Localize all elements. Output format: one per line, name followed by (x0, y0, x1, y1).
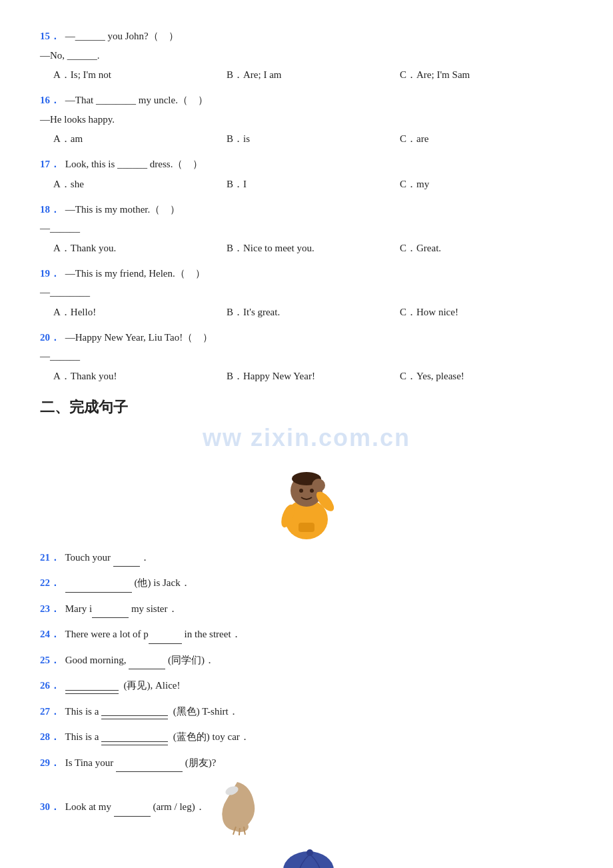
q19-optC: C．How nice! (400, 303, 573, 321)
q16-options: A．am B．is C．are (53, 130, 573, 148)
q19-options: A．Hello! B．It's great. C．How nice! (53, 303, 573, 321)
q25-text: Good morning, (同学们)． (65, 655, 215, 665)
question-17: 17． Look, this is ______ dress.（ ） A．she… (40, 155, 573, 193)
q25-num: 25． (40, 655, 60, 665)
q23-text: Mary i my sister． (65, 603, 178, 614)
q16-sub: —He looks happy. (40, 110, 573, 129)
q19-optB: B．It's great. (227, 303, 400, 321)
q26-num: 26． (40, 680, 60, 691)
q15-text: —______ you John?（ ） (65, 31, 179, 41)
q15-optA: A．Is; I'm not (53, 66, 227, 84)
arm-illustration (217, 779, 264, 835)
q20-optC: C．Yes, please! (400, 367, 573, 385)
question-15: 15． —______ you John?（ ） —No, ______. A．… (40, 27, 573, 84)
q15-optB: B．Are; I am (227, 66, 400, 84)
q29-blank (116, 761, 183, 772)
q30: 30． Look at my (arm / leg)． (40, 779, 573, 835)
q21-num: 21． (40, 552, 60, 563)
svg-point-6 (312, 479, 325, 492)
q23-blank (92, 607, 129, 618)
section2-title: 二、完成句子 (40, 397, 573, 417)
q29: 29． Is Tina your (朋友)? (40, 753, 573, 773)
q24-blank (149, 633, 182, 644)
boy-image-row (40, 456, 573, 543)
q20-optB: B．Happy New Year! (227, 367, 400, 385)
q28-blank-area (101, 740, 168, 747)
question-16: 16． —That ________ my uncle.（ ） —He look… (40, 91, 573, 148)
q27-num: 27． (40, 706, 60, 717)
q30-num: 30． (40, 801, 60, 812)
svg-point-3 (299, 489, 303, 493)
watermark-text: ww zixin.com.cn (40, 424, 573, 452)
q17-num: 17． (40, 159, 60, 169)
q24-text: There were a lot of p in the street． (65, 629, 241, 639)
q17-optC: C．my (400, 175, 573, 193)
q19-sub: —________ (40, 283, 573, 302)
question-18: 18． —This is my mother.（ ） —______ A．Tha… (40, 200, 573, 257)
q18-sub: —______ (40, 219, 573, 238)
q16-optA: A．am (53, 130, 227, 148)
completion-section: 21． Touch your ． 22． (他) is Jack． 23． Ma… (40, 548, 573, 869)
q30-blank (114, 806, 151, 817)
q20-num: 20． (40, 332, 60, 343)
q25: 25． Good morning, (同学们)． (40, 651, 573, 670)
q16-num: 16． (40, 95, 60, 105)
q22-text: (他) is Jack． (65, 577, 191, 588)
q28-num: 28． (40, 731, 60, 742)
q30-text: Look at my (arm / leg)． (65, 801, 205, 812)
q22-blank (65, 582, 132, 593)
cap-image-row (40, 842, 573, 868)
q15-sub: —No, ______. (40, 46, 573, 65)
q22: 22． (他) is Jack． (40, 573, 573, 593)
q17-optB: B．I (227, 175, 400, 193)
q17-options: A．she B．I C．my (53, 175, 573, 193)
image-watermark-area: ww zixin.com.cn (40, 424, 573, 543)
svg-rect-8 (299, 523, 314, 532)
q19-optA: A．Hello! (53, 303, 227, 321)
q18-num: 18． (40, 204, 60, 215)
q24-num: 24． (40, 629, 60, 639)
q16-optC: C．are (400, 130, 573, 148)
q26-text: (再见), Alice! (65, 680, 181, 691)
q30-text-area: 30． Look at my (arm / leg)． (40, 797, 205, 817)
q29-text: Is Tina your (朋友)? (65, 757, 217, 768)
q25-blank (129, 659, 165, 669)
q23: 23． Mary i my sister． (40, 599, 573, 619)
q31: 31． A: What's this? B: It's a . It's for… (40, 842, 573, 868)
q15-optC: C．Are; I'm Sam (400, 66, 573, 84)
q16-text: —That ________ my uncle.（ ） (65, 95, 208, 105)
q27-text: This is a (黑色) T-shirt． (65, 706, 238, 717)
question-20: 20． —Happy New Year, Liu Tao!（ ） —______… (40, 328, 573, 385)
q20-options: A．Thank you! B．Happy New Year! C．Yes, pl… (53, 367, 573, 385)
q21: 21． Touch your ． (40, 548, 573, 567)
questions-section: 15． —______ you John?（ ） —No, ______. A．… (40, 27, 573, 385)
q26-blank-area (65, 689, 119, 695)
q28-text: This is a (蓝色的) toy car． (65, 731, 249, 742)
boy-illustration (267, 456, 346, 543)
q18-optA: A．Thank you. (53, 239, 227, 257)
q23-num: 23． (40, 603, 60, 614)
q19-num: 19． (40, 268, 60, 279)
q27-blank-area (101, 714, 168, 721)
q20-optA: A．Thank you! (53, 367, 227, 385)
q16-optB: B．is (227, 130, 400, 148)
q15-num: 15． (40, 31, 60, 41)
cap-illustration (270, 842, 343, 868)
q21-blank (113, 556, 140, 567)
q24: 24． There were a lot of p in the street． (40, 625, 573, 644)
q20-text: —Happy New Year, Liu Tao!（ ） (65, 332, 213, 343)
svg-point-13 (306, 849, 313, 856)
q19-text: —This is my friend, Helen.（ ） (65, 268, 205, 279)
q28: 28． This is a (蓝色的) toy car． (40, 727, 573, 747)
q15-options: A．Is; I'm not B．Are; I am C．Are; I'm Sam (53, 66, 573, 84)
q27: 27． This is a (黑色) T-shirt． (40, 702, 573, 721)
q22-num: 22． (40, 577, 60, 588)
q26: 26． (再见), Alice! (40, 676, 573, 695)
q17-text: Look, this is ______ dress.（ ） (65, 159, 203, 169)
q20-sub: —______ (40, 347, 573, 366)
q17-optA: A．she (53, 175, 227, 193)
question-19: 19． —This is my friend, Helen.（ ） —_____… (40, 264, 573, 321)
q29-num: 29． (40, 757, 60, 768)
q18-optB: B．Nice to meet you. (227, 239, 400, 257)
q18-text: —This is my mother.（ ） (65, 204, 181, 215)
